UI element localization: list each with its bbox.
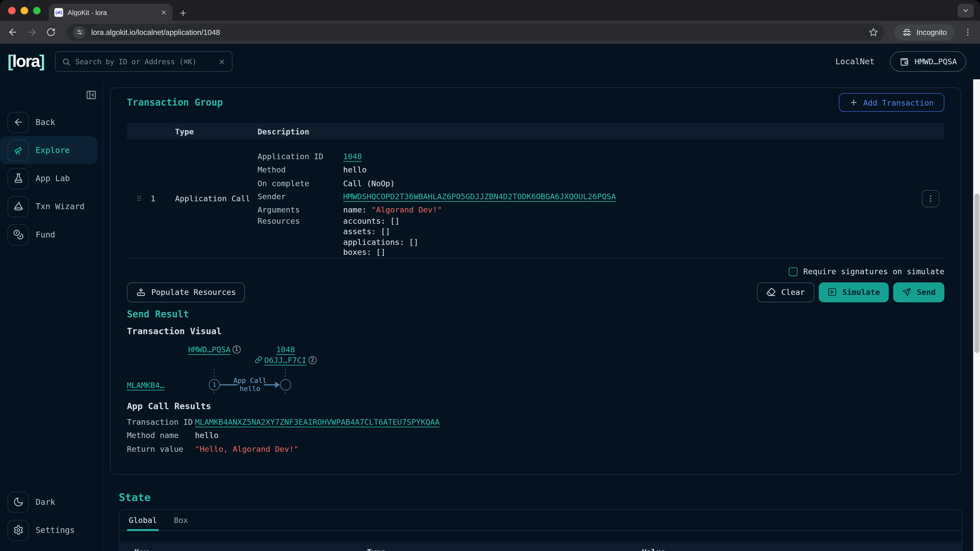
incognito-icon — [902, 27, 912, 37]
require-signatures-checkbox[interactable] — [789, 267, 797, 276]
diagram-group-label[interactable]: O6JJ…F7CI 2 — [255, 355, 317, 365]
sidebar-item-txn-wizard[interactable]: Txn Wizard — [0, 192, 97, 221]
wallet-address: HMWD…PQSA — [915, 57, 957, 66]
window-controls — [0, 0, 49, 21]
diagram-txn-link[interactable]: MLAMKB4… — [127, 380, 164, 390]
tab-close-icon[interactable] — [161, 9, 167, 15]
sidebar-item-fund[interactable]: Fund — [0, 221, 97, 248]
plus-icon — [850, 98, 858, 106]
transaction-group-card: Transaction Group Add Transaction Type D… — [110, 87, 961, 475]
sidebar-item-settings[interactable]: Settings — [0, 516, 97, 544]
tab-global[interactable]: Global — [129, 515, 157, 530]
send-button[interactable]: Send — [893, 283, 944, 302]
tab-search-chevron-icon[interactable] — [958, 4, 974, 17]
diagram-sender-link[interactable]: HMWD…PQSA — [188, 345, 231, 354]
diagram-group-link[interactable]: O6JJ…F7CI — [264, 355, 307, 365]
app-header: [lora] LocalNet HMWD…PQSA — [0, 44, 980, 79]
incognito-badge: Incognito — [894, 24, 954, 40]
app-call-results: Transaction IDMLAMKB4ANXZ5NA2XY7ZNF3EAIR… — [127, 415, 944, 456]
sidebar-item-back[interactable]: Back — [0, 108, 97, 136]
drag-handle-icon[interactable] — [135, 195, 143, 203]
sidebar-item-label: Fund — [36, 230, 56, 239]
wallet-icon — [900, 57, 910, 67]
transaction-group-title: Transaction Group — [127, 97, 223, 108]
sender-address-link[interactable]: HMWDSHQCOPD2T36WBAHLAZ6PO5GDJJZBN4D2TODK… — [343, 192, 616, 201]
close-window-button[interactable] — [8, 6, 16, 14]
tab-box[interactable]: Box — [174, 515, 188, 530]
sidebar-item-label: Dark — [36, 497, 56, 507]
populate-resources-label: Populate Resources — [151, 287, 236, 297]
back-nav-icon[interactable] — [7, 27, 18, 38]
search-box[interactable] — [55, 51, 232, 72]
state-card: Global Box Key Type Value — [119, 509, 963, 551]
arrow-left-icon — [7, 111, 29, 133]
sidebar: Back Explore App Lab Txn Wizard — [0, 79, 103, 551]
sidebar-item-theme-dark[interactable]: Dark — [0, 488, 97, 516]
field-label: Application ID — [258, 150, 343, 163]
application-id-link[interactable]: 1048 — [343, 152, 362, 161]
reload-icon[interactable] — [46, 27, 56, 37]
main-content: Transaction Group Add Transaction Type D… — [103, 79, 973, 551]
browser-window: [ak] AlgoKit - lora lora.algokit.io/l — [0, 0, 980, 551]
search-clear-icon[interactable] — [218, 58, 225, 65]
header-right: LocalNet HMWD…PQSA — [835, 51, 972, 72]
transaction-visual-diagram: HMWD…PQSA 1 1048 O6JJ…F7CI 2 MLAMKB4… Ap… — [127, 341, 944, 396]
result-label: Method name — [127, 429, 195, 442]
transaction-index: 1 — [151, 194, 155, 203]
transaction-row[interactable]: 1 Application Call Application ID1048 Me… — [127, 139, 944, 259]
diagram-edge-caption: App Call hello — [234, 376, 267, 393]
populate-resources-button[interactable]: Populate Resources — [127, 283, 245, 302]
browser-tab[interactable]: [ak] AlgoKit - lora — [49, 4, 172, 21]
clear-button[interactable]: Clear — [757, 283, 814, 302]
sidebar-nav: Back Explore App Lab Txn Wizard — [0, 108, 97, 249]
resource-item: assets: [] — [343, 227, 917, 237]
wallet-button[interactable]: HMWD…PQSA — [890, 51, 966, 72]
resource-item: applications: [] — [343, 237, 917, 248]
state-table-header: Key Type Value — [119, 541, 962, 551]
logo-bracket-close: ] — [39, 52, 44, 70]
send-result-title: Send Result — [127, 308, 944, 320]
sidebar-collapse-icon[interactable] — [86, 89, 97, 100]
add-transaction-button[interactable]: Add Transaction — [839, 93, 945, 112]
sidebar-item-explore[interactable]: Explore — [0, 136, 97, 164]
lora-logo[interactable]: [lora] — [7, 52, 44, 71]
diagram-to-node[interactable] — [280, 379, 291, 390]
diagram-sender-label[interactable]: HMWD…PQSA 1 — [188, 345, 240, 354]
transaction-id-link[interactable]: MLAMKB4ANXZ5NA2XY7ZNF3EAIROHVWPAB4A7CLT6… — [195, 417, 439, 427]
diagram-app-link[interactable]: 1048 — [276, 345, 295, 354]
minimize-window-button[interactable] — [21, 6, 28, 14]
logo-bracket-open: [ — [7, 52, 12, 70]
column-type: Type — [175, 127, 258, 136]
site-info-icon[interactable] — [73, 26, 86, 38]
bookmark-star-icon[interactable] — [869, 27, 878, 37]
result-label: Return value — [127, 442, 195, 456]
search-input[interactable] — [75, 57, 213, 66]
diagram-app-label[interactable]: 1048 — [276, 345, 295, 354]
address-bar[interactable]: lora.algokit.io/localnet/application/104… — [67, 24, 885, 41]
argument-key: name: — [343, 205, 371, 214]
new-tab-button[interactable] — [179, 9, 187, 17]
require-signatures-label: Require signatures on simulate — [803, 267, 944, 276]
resource-item: accounts: [] — [343, 217, 917, 227]
scrollbar-thumb[interactable] — [974, 194, 979, 353]
network-label[interactable]: LocalNet — [835, 57, 874, 66]
sidebar-footer: Dark Settings — [0, 488, 97, 544]
sidebar-item-app-lab[interactable]: App Lab — [0, 164, 97, 192]
simulate-label: Simulate — [842, 287, 880, 297]
download-tray-icon — [136, 287, 146, 297]
diagram-arrowhead — [275, 382, 280, 388]
row-menu-button[interactable] — [922, 190, 939, 207]
forward-nav-icon[interactable] — [27, 27, 38, 38]
simulate-button[interactable]: Simulate — [818, 283, 889, 302]
edge-type-label: App Call — [234, 376, 267, 385]
browser-tabstrip: [ak] AlgoKit - lora — [0, 0, 980, 21]
flask-icon — [7, 168, 29, 189]
link-chain-icon — [255, 356, 262, 364]
diagram-from-node[interactable]: 1 — [209, 379, 220, 390]
app-call-results-title: App Call Results — [127, 401, 944, 411]
maximize-window-button[interactable] — [33, 6, 41, 14]
browser-menu-icon[interactable] — [963, 27, 973, 37]
state-title: State — [119, 491, 151, 503]
field-label: Method — [258, 163, 343, 176]
field-label: Arguments — [258, 203, 343, 216]
